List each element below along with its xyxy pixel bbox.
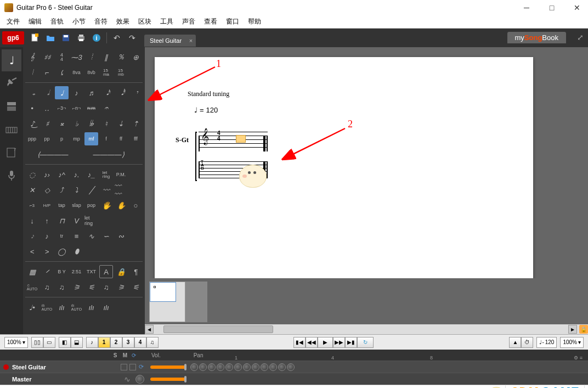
scroll-left-icon[interactable]: ◀: [145, 325, 154, 334]
fullscreen-icon[interactable]: ⤢: [577, 33, 584, 42]
page-thumbnail[interactable]: [149, 282, 185, 322]
hand-down-button[interactable]: 🖐: [99, 199, 113, 212]
sixteenth-note-button[interactable]: ♬: [84, 86, 98, 99]
minimize-button[interactable]: ─: [520, 3, 533, 12]
score-viewport[interactable]: Standard tuning ♩= 120 S-Gt 𝄞 44: [145, 47, 588, 278]
menu-view[interactable]: 查看: [200, 16, 222, 27]
8va-button[interactable]: 8va: [70, 66, 83, 79]
15ma-button[interactable]: 15ma: [99, 66, 113, 79]
ppp-button[interactable]: ppp: [25, 132, 39, 145]
mysongbook-button[interactable]: mySongBook: [507, 32, 566, 43]
harmonic-button[interactable]: ◇: [40, 183, 54, 196]
sidebar-mic-icon[interactable]: [2, 165, 21, 187]
eq-knob-5[interactable]: [234, 363, 242, 371]
8vb-button[interactable]: 8vb: [84, 66, 98, 79]
tuplet-3-button[interactable]: ⌐3¬: [55, 102, 69, 115]
voice-4-button[interactable]: 4: [134, 337, 146, 348]
let-ring-button[interactable]: letring: [99, 168, 113, 181]
key-sig-button[interactable]: ♯♯: [40, 50, 54, 64]
auto-stem2-button[interactable]: ılıAUTO: [70, 301, 83, 314]
pan-knob[interactable]: [190, 363, 198, 371]
eq-knob-4[interactable]: [225, 363, 233, 371]
beam1-button[interactable]: ♫: [40, 280, 54, 294]
stem4-button[interactable]: ılı: [99, 301, 113, 314]
staccato-button[interactable]: ♪.: [70, 168, 83, 181]
hand-up-button[interactable]: ✋: [114, 199, 128, 212]
play-button[interactable]: ▶: [318, 337, 333, 348]
menu-help[interactable]: 帮助: [244, 16, 265, 27]
coda-button[interactable]: ⊕: [129, 50, 143, 64]
pick-down-button[interactable]: ⊓: [55, 214, 69, 227]
voice-all-button[interactable]: ♫: [146, 337, 159, 348]
bend-button[interactable]: ⤴: [55, 183, 69, 196]
solo-toggle[interactable]: [121, 364, 127, 370]
sixtyfourth-note-button[interactable]: 𝅘𝅥𝅰: [114, 86, 128, 99]
quarter-note-button[interactable]: ♩: [55, 86, 69, 99]
score-system[interactable]: S-Gt 𝄞 44 TAB: [199, 127, 500, 193]
direction-button[interactable]: ⤹: [55, 66, 69, 79]
palm-mute-button[interactable]: P.M.: [114, 168, 128, 181]
grace-before-button[interactable]: 𝆕: [25, 229, 39, 243]
turn-button[interactable]: ∽: [99, 229, 113, 243]
view-scroll-button[interactable]: ▭: [43, 337, 55, 348]
ff-button[interactable]: ff: [114, 132, 128, 145]
rasg-button[interactable]: let ring: [84, 214, 98, 227]
pick-up-button[interactable]: V: [70, 214, 83, 227]
tremolo-pick-button[interactable]: ≡: [70, 229, 83, 243]
scroll-right-icon[interactable]: ▶: [568, 325, 577, 334]
stem3-button[interactable]: ılı: [84, 301, 98, 314]
tenuto-button[interactable]: ♪_: [84, 168, 98, 181]
repeat-button[interactable]: ⦙: [84, 50, 98, 64]
beam6-button[interactable]: ⚞: [114, 280, 128, 294]
wah-closed-button[interactable]: ⬮: [70, 245, 83, 258]
whole-note-button[interactable]: 𝅝: [25, 86, 39, 99]
accent-button[interactable]: ♪›: [40, 168, 54, 181]
p-button[interactable]: p: [55, 132, 69, 145]
divider-button[interactable]: ∥: [99, 50, 113, 64]
lock-button[interactable]: 🔒: [114, 265, 128, 278]
tab-close-icon[interactable]: ×: [189, 37, 193, 44]
standard-staff[interactable]: 𝄞 44: [199, 132, 268, 151]
trill-button[interactable]: tr: [55, 229, 69, 243]
menu-track[interactable]: 音轨: [46, 16, 68, 27]
redo-icon[interactable]: ↷: [126, 31, 139, 44]
new-file-icon[interactable]: [29, 31, 42, 44]
barline-button[interactable]: 𝄀: [25, 66, 39, 79]
beam3-button[interactable]: ⚞: [70, 280, 83, 294]
slide-button[interactable]: ╱: [84, 183, 98, 196]
cresc-small-button[interactable]: <: [25, 245, 39, 258]
goto-start-button[interactable]: ▮◀: [293, 337, 306, 348]
tremolo-button[interactable]: n:m: [84, 102, 98, 115]
eq-knob-3[interactable]: [217, 363, 224, 371]
time-sig-44-button[interactable]: 44: [55, 50, 69, 64]
eq-knob-7[interactable]: [252, 363, 259, 371]
save-file-icon[interactable]: [59, 31, 72, 44]
hp-button[interactable]: H/P: [40, 199, 54, 212]
menu-tools[interactable]: 工具: [156, 16, 178, 27]
menu-bar-item[interactable]: 小节: [68, 16, 90, 27]
ghost-note-button[interactable]: ◌: [25, 168, 39, 181]
chord-diagram-button[interactable]: ▦: [25, 265, 39, 278]
eq-knob-2[interactable]: [208, 363, 216, 371]
mute-toggle[interactable]: [129, 364, 136, 370]
decresc-small-button[interactable]: >: [40, 245, 54, 258]
tremolo-bar-button[interactable]: ⤵: [70, 183, 83, 196]
mp-button[interactable]: mp: [70, 132, 83, 145]
track-steel-guitar[interactable]: Steel Guitar ⟳: [0, 361, 588, 373]
strum-up-button[interactable]: ↑: [40, 214, 54, 227]
voice-1-button[interactable]: 1: [98, 337, 110, 348]
automation-icon[interactable]: ∿: [122, 375, 133, 384]
beam7-button[interactable]: ⚟: [129, 280, 143, 294]
rewind-button[interactable]: ◀◀: [306, 337, 318, 348]
menu-window[interactable]: 窗口: [222, 16, 244, 27]
stem1-button[interactable]: ♩•: [25, 301, 39, 314]
double-dot-button[interactable]: ‥: [40, 102, 54, 115]
double-sharp-button[interactable]: 𝄪: [55, 117, 69, 130]
pp-button[interactable]: pp: [40, 132, 54, 145]
mordent-button[interactable]: ∿: [84, 229, 98, 243]
eq-knob-8[interactable]: [261, 363, 268, 371]
ending-button[interactable]: ⌐: [40, 66, 54, 79]
beam5-button[interactable]: ♫: [99, 280, 113, 294]
note-cursor[interactable]: [236, 135, 246, 143]
loop-button[interactable]: ↻: [357, 337, 374, 348]
